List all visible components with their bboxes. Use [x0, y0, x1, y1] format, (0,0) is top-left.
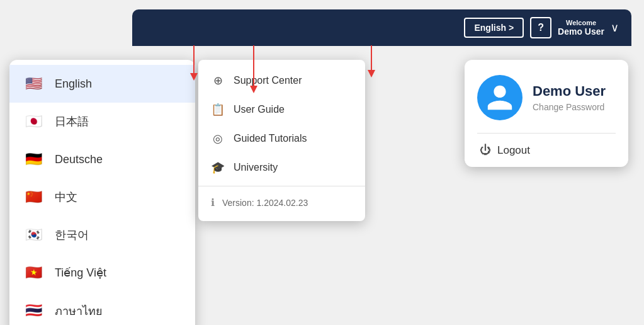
version-info: ℹ Version: 1.2024.02.23 — [198, 190, 365, 215]
svg-marker-5 — [368, 70, 375, 77]
lang-item-japanese[interactable]: 🇯🇵 日本語 — [9, 103, 195, 140]
flag-jp: 🇯🇵 — [22, 110, 45, 133]
lang-item-chinese[interactable]: 🇨🇳 中文 — [9, 178, 195, 216]
guided-tutorials-icon: ◎ — [211, 132, 225, 145]
scene: English > ? Welcome Demo User ∨ 🇺🇸 Engli… — [0, 0, 644, 325]
arrow-user — [365, 45, 378, 80]
user-info: Demo User Change Password — [533, 83, 606, 112]
logout-button[interactable]: ⏻ Logout — [477, 134, 616, 167]
user-menu-button[interactable]: Welcome Demo User — [558, 19, 604, 37]
lang-name-english: English — [55, 77, 92, 91]
flag-us: 🇺🇸 — [22, 72, 45, 95]
user-name-nav: Demo User — [558, 26, 604, 37]
lang-item-deutsche[interactable]: 🇩🇪 Deutsche — [9, 140, 195, 178]
navbar: English > ? Welcome Demo User ∨ — [132, 9, 631, 46]
help-item-user-guide[interactable]: 📋 User Guide — [198, 95, 365, 124]
lang-item-thai[interactable]: 🇹🇭 ภาษาไทย — [9, 292, 195, 325]
lang-name-vietnamese: Tiếng Việt — [55, 266, 106, 280]
lang-name-japanese: 日本語 — [55, 114, 89, 129]
flag-th: 🇹🇭 — [22, 299, 45, 322]
help-label-university: University — [234, 162, 278, 173]
logout-label: Logout — [497, 144, 530, 157]
user-panel-top: Demo User Change Password — [477, 75, 616, 134]
help-item-guided-tutorials[interactable]: ◎ Guided Tutorials — [198, 124, 365, 153]
lang-name-thai: ภาษาไทย — [55, 302, 103, 320]
lang-name-korean: 한국어 — [55, 227, 89, 242]
help-dropdown: ⊕ Support Center 📋 User Guide ◎ Guided T… — [198, 60, 365, 221]
user-display-name: Demo User — [533, 83, 606, 100]
flag-kr: 🇰🇷 — [22, 224, 45, 246]
support-center-icon: ⊕ — [211, 74, 225, 88]
help-item-university[interactable]: 🎓 University — [198, 153, 365, 182]
help-divider — [198, 186, 365, 186]
avatar — [477, 75, 523, 120]
version-text: Version: 1.2024.02.23 — [222, 198, 308, 208]
lang-name-deutsche: Deutsche — [55, 153, 103, 166]
user-guide-icon: 📋 — [211, 103, 225, 117]
language-button[interactable]: English > — [464, 18, 524, 38]
help-label-guided-tutorials: Guided Tutorials — [234, 133, 307, 144]
university-icon: 🎓 — [211, 161, 225, 174]
flag-vn: 🇻🇳 — [22, 261, 45, 284]
lang-item-korean[interactable]: 🇰🇷 한국어 — [9, 216, 195, 254]
help-button[interactable]: ? — [530, 17, 551, 38]
flag-cn: 🇨🇳 — [22, 186, 45, 208]
lang-item-english[interactable]: 🇺🇸 English — [9, 65, 195, 103]
help-item-support-center[interactable]: ⊕ Support Center — [198, 66, 365, 95]
logout-icon: ⏻ — [480, 144, 491, 157]
lang-name-chinese: 中文 — [55, 190, 77, 205]
lang-item-vietnamese[interactable]: 🇻🇳 Tiếng Việt — [9, 254, 195, 292]
help-label-user-guide: User Guide — [234, 104, 285, 115]
user-dropdown: Demo User Change Password ⏻ Logout — [465, 60, 628, 167]
change-password-link[interactable]: Change Password — [533, 102, 606, 112]
language-dropdown: 🇺🇸 English 🇯🇵 日本語 🇩🇪 Deutsche 🇨🇳 中文 🇰🇷 한… — [9, 60, 195, 325]
help-label-support-center: Support Center — [234, 75, 302, 86]
chevron-down-icon[interactable]: ∨ — [611, 21, 619, 35]
user-avatar-icon — [485, 83, 515, 113]
welcome-label: Welcome — [566, 19, 596, 26]
info-icon: ℹ — [211, 197, 215, 208]
flag-de: 🇩🇪 — [22, 148, 45, 171]
